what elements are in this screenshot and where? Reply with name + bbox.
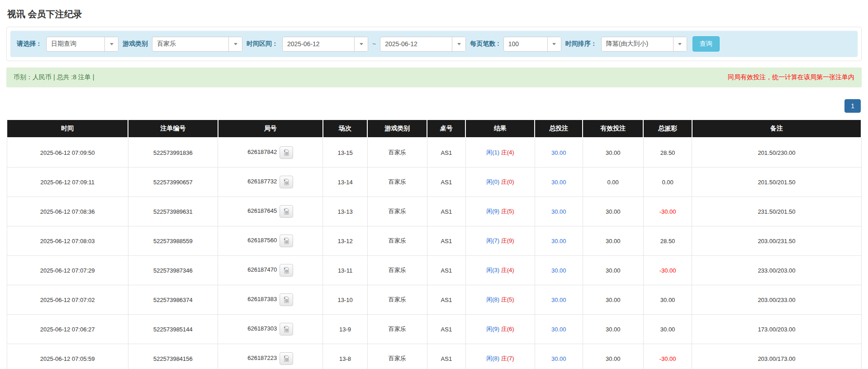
date-from-select[interactable]: 2025-06-12 [282, 37, 368, 52]
video-replay-button[interactable] [280, 323, 293, 335]
video-replay-icon [283, 178, 290, 186]
cell-total-bet: 30.00 [535, 138, 583, 168]
game-type-value: 百家乐 [152, 40, 228, 48]
total-bet-link[interactable]: 30.00 [551, 179, 566, 186]
cell-table-no: AS1 [427, 256, 465, 285]
round-id-text: 626187383 [247, 296, 277, 302]
cell-payout: -30.00 [643, 344, 692, 369]
total-bet-link[interactable]: 30.00 [551, 297, 566, 303]
game-type-select[interactable]: 百家乐 [152, 37, 242, 52]
table-row: 2025-06-12 07:06:27522573985144626187303… [7, 315, 861, 344]
query-type-label: 请选择： [17, 40, 42, 48]
chevron-down-icon [452, 37, 465, 51]
round-id-text: 626187842 [247, 149, 277, 155]
cell-total-bet: 30.00 [535, 197, 583, 226]
cell-time: 2025-06-12 07:07:29 [7, 256, 128, 285]
cell-time: 2025-06-12 07:08:36 [7, 197, 128, 226]
table-row: 2025-06-12 07:07:02522573986374626187383… [7, 285, 861, 315]
cell-payout: -30.00 [643, 256, 692, 285]
cell-bet-id: 522573985144 [128, 315, 218, 344]
round-id-text: 626187303 [247, 325, 277, 332]
cell-result: 闲(8) 庄(7) [465, 344, 535, 369]
cell-result: 闲(3) 庄(4) [465, 256, 535, 285]
cell-table-no: AS1 [427, 344, 465, 369]
cell-time: 2025-06-12 07:08:03 [7, 226, 128, 256]
cell-time: 2025-06-12 07:09:11 [7, 168, 128, 197]
total-bet-link[interactable]: 30.00 [551, 149, 566, 156]
cell-valid-bet: 30.00 [583, 138, 643, 168]
cell-remark: 201.50/230.00 [692, 138, 861, 168]
cell-bet-id: 522573989631 [128, 197, 218, 226]
chevron-down-icon [104, 37, 118, 51]
video-replay-button[interactable] [280, 264, 293, 277]
cell-round-id: 626187842 [218, 138, 323, 168]
per-page-value: 100 [504, 40, 547, 48]
cell-table-no: AS1 [427, 168, 465, 197]
filter-bar: 请选择： 日期查询 游戏类别 百家乐 时间区间： 2025-06-12 ~ 20… [10, 31, 858, 57]
video-replay-icon [283, 149, 290, 156]
cell-table-no: AS1 [427, 197, 465, 226]
result-banker: 庄(9) [501, 237, 514, 244]
header-remark: 备注 [692, 120, 861, 138]
cell-bet-id: 522573986374 [128, 285, 218, 315]
game-type-label: 游戏类别 [123, 40, 148, 48]
cell-game-type: 百家乐 [367, 197, 427, 226]
cell-session: 13-11 [323, 256, 367, 285]
video-replay-button[interactable] [280, 205, 293, 218]
video-replay-button[interactable] [280, 293, 293, 306]
video-replay-button[interactable] [280, 352, 293, 365]
result-player: 闲(9) [486, 208, 499, 215]
cell-valid-bet: 30.00 [583, 344, 643, 369]
cell-payout: 28.50 [643, 226, 692, 256]
video-replay-icon [283, 208, 290, 215]
chevron-down-icon [354, 37, 368, 51]
cell-result: 闲(8) 庄(5) [465, 285, 535, 315]
table-row: 2025-06-12 07:07:29522573987346626187470… [7, 256, 861, 285]
result-banker: 庄(5) [501, 208, 514, 215]
result-banker: 庄(6) [501, 326, 514, 332]
round-id-text: 626187470 [247, 266, 277, 273]
cell-total-bet: 30.00 [535, 226, 583, 256]
query-type-select[interactable]: 日期查询 [46, 37, 119, 52]
chevron-down-icon [673, 37, 687, 51]
cell-table-no: AS1 [427, 138, 465, 168]
table-row: 2025-06-12 07:08:03522573988559626187560… [7, 226, 861, 256]
round-id-text: 626187560 [247, 237, 277, 244]
video-replay-icon [283, 326, 290, 333]
result-banker: 庄(0) [501, 178, 514, 185]
table-row: 2025-06-12 07:05:59522573984156626187223… [7, 344, 861, 369]
video-replay-button[interactable] [280, 235, 293, 247]
result-player: 闲(3) [486, 267, 499, 273]
cell-result: 闲(9) 庄(5) [465, 197, 535, 226]
cell-valid-bet: 30.00 [583, 226, 643, 256]
cell-bet-id: 522573990657 [128, 168, 218, 197]
header-time: 时间 [7, 120, 128, 138]
page-root: 视讯 会员下注纪录 请选择： 日期查询 游戏类别 百家乐 时间区间： 2025-… [0, 0, 868, 369]
video-replay-button[interactable] [280, 176, 293, 188]
cell-result: 闲(0) 庄(0) [465, 168, 535, 197]
page-number-button[interactable]: 1 [844, 99, 861, 113]
date-from-value: 2025-06-12 [283, 40, 354, 48]
total-bet-link[interactable]: 30.00 [551, 267, 566, 274]
result-player: 闲(0) [486, 178, 499, 185]
result-banker: 庄(4) [501, 267, 514, 273]
cell-bet-id: 522573988559 [128, 226, 218, 256]
date-to-value: 2025-06-12 [380, 40, 452, 48]
search-button[interactable]: 查询 [693, 36, 720, 52]
per-page-label: 每页笔数 : [470, 40, 499, 48]
video-replay-icon [283, 267, 290, 274]
cell-game-type: 百家乐 [367, 256, 427, 285]
date-to-select[interactable]: 2025-06-12 [380, 37, 466, 52]
total-bet-link[interactable]: 30.00 [551, 238, 566, 244]
per-page-select[interactable]: 100 [503, 37, 561, 52]
cell-time: 2025-06-12 07:06:27 [7, 315, 128, 344]
cell-round-id: 626187383 [218, 285, 323, 315]
chevron-down-icon [547, 37, 561, 51]
total-bet-link[interactable]: 30.00 [551, 208, 566, 215]
total-bet-link[interactable]: 30.00 [551, 355, 566, 362]
cell-game-type: 百家乐 [367, 285, 427, 315]
video-replay-button[interactable] [280, 146, 293, 159]
total-bet-link[interactable]: 30.00 [551, 326, 566, 333]
cell-game-type: 百家乐 [367, 226, 427, 256]
time-sort-select[interactable]: 降冪(由大到小) [601, 37, 687, 52]
